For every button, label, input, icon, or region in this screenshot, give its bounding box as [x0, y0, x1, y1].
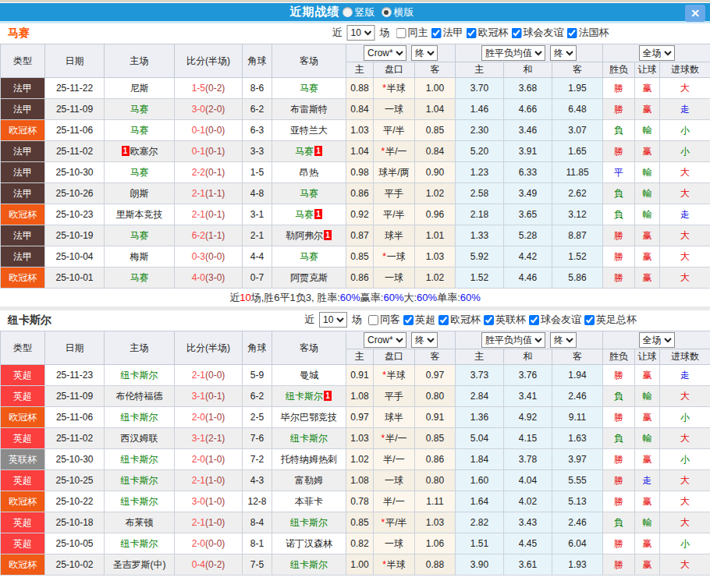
result-mark: 勝 [603, 449, 635, 470]
summary-part: 赢率: [360, 291, 384, 305]
corner-count: 8-4 [243, 512, 272, 533]
mean-odds: 5.04 [456, 428, 504, 449]
competition-filter[interactable]: 英联杯 [481, 313, 526, 327]
recent-count-select[interactable]: 10 [347, 25, 375, 41]
result-mark: 輸 [635, 120, 660, 141]
team-label: 马赛 [130, 125, 149, 136]
odds-away: 0.96 [415, 204, 456, 225]
corner-count: 7-5 [243, 554, 272, 576]
summary-part: 大: [403, 291, 417, 305]
handicap-label: 平手 [385, 391, 403, 402]
handicap-label: 平/半 [383, 125, 404, 136]
score-cell: 2-1(1-0) [175, 470, 243, 491]
same-venue-filter[interactable]: 同客 [365, 313, 400, 327]
away-team-cell: 纽卡斯尔 [272, 428, 346, 449]
team-label: 西汉姆联 [121, 433, 158, 444]
home-team-cell: 朗斯 [105, 183, 175, 204]
competition-filter[interactable]: 欧冠杯 [435, 313, 481, 327]
odds-away: 0.80 [415, 470, 456, 491]
scope-select[interactable]: 全场 [639, 332, 675, 348]
odds-company-select[interactable]: Crow* [364, 332, 406, 348]
corner-count: 6-2 [243, 99, 272, 120]
competition-filter[interactable]: 球会友谊 [509, 26, 564, 40]
mean-odds: 1.64 [456, 491, 504, 512]
competition-label: 欧冠杯 [478, 26, 509, 40]
mean-final-select[interactable]: 终 [550, 45, 577, 61]
match-row: 欧冠杯25-11-06纽卡斯尔2-0(1-0)2-5毕尔巴鄂竞技0.97球半0.… [1, 407, 710, 428]
result-mark: 輸 [635, 512, 660, 533]
same-venue-checkbox[interactable] [368, 315, 378, 325]
competition-checkbox[interactable] [467, 28, 477, 38]
match-date: 25-10-18 [45, 512, 105, 533]
team-label: 曼城 [300, 370, 318, 381]
full-time-score: 4-0 [192, 272, 205, 283]
close-button[interactable]: ✕ [685, 5, 705, 22]
mean-odds: 1.52 [456, 267, 504, 289]
competition-checkbox[interactable] [512, 28, 522, 38]
col-header: 类型 [1, 44, 45, 78]
result-mark: 赢 [635, 225, 660, 246]
odds-final-select[interactable]: 终 [411, 45, 438, 61]
away-team-cell: 曼城 [272, 365, 346, 386]
half-time-score: (3-0) [205, 272, 225, 283]
competition-filter[interactable]: 英超 [400, 313, 435, 327]
recent-count-select[interactable]: 10 [319, 312, 347, 328]
score-cell: 2-1(0-1) [175, 204, 243, 225]
competition-checkbox[interactable] [431, 28, 442, 38]
competition-checkbox[interactable] [584, 315, 595, 325]
scope-select[interactable]: 全场 [639, 45, 675, 61]
competition-checkbox[interactable] [567, 28, 577, 38]
competition-filter[interactable]: 球会友谊 [526, 313, 581, 327]
near-label: 近 [332, 26, 343, 40]
team-label: 马赛 [295, 209, 314, 220]
corner-count: 12-8 [243, 491, 272, 512]
league-badge: 欧冠杯 [1, 407, 45, 428]
mean-odds: 4.15 [504, 428, 552, 449]
handicap-label: 半球 [387, 370, 406, 381]
handicap: 平/半 [374, 204, 415, 225]
radio-unselected-icon[interactable] [343, 7, 353, 17]
mean-odds: 3.97 [552, 449, 603, 470]
competition-checkbox[interactable] [438, 315, 449, 325]
same-venue-checkbox[interactable] [396, 28, 406, 38]
competition-label: 欧冠杯 [450, 313, 481, 327]
odds-home: 0.86 [346, 183, 374, 204]
mean-type-select[interactable]: 胜平负均值 [481, 45, 545, 61]
mean-type-select[interactable]: 胜平负均值 [481, 332, 545, 348]
same-venue-filter[interactable]: 同主 [393, 26, 428, 40]
handicap: 一球 [374, 99, 415, 120]
away-team-cell: 本菲卡 [272, 491, 346, 512]
radio-selected-icon[interactable] [382, 7, 392, 17]
half-time-score: (0-2) [205, 83, 225, 94]
handicap: *平/半 [374, 512, 415, 533]
odds-away: 0.84 [415, 141, 456, 162]
full-time-score: 6-2 [192, 230, 205, 241]
away-team-cell: 马赛1 [272, 141, 346, 162]
league-badge: 英超 [1, 533, 45, 554]
radio-horizontal-layout[interactable]: 横版 [382, 5, 414, 19]
match-date: 25-11-06 [45, 120, 105, 141]
mean-odds: 5.55 [552, 470, 603, 491]
competition-filter[interactable]: 英足总杯 [581, 313, 637, 327]
team-label: 马赛 [130, 167, 149, 178]
competition-checkbox[interactable] [484, 315, 494, 325]
result-mark: 勝 [603, 246, 635, 267]
odds-company-select[interactable]: Crow* [364, 45, 406, 61]
competition-checkbox[interactable] [403, 315, 414, 325]
match-row: 法甲25-10-19马赛6-2(1-1)2-1勒阿弗尔10.87球半1.011.… [1, 225, 710, 246]
competition-checkbox[interactable] [529, 315, 539, 325]
radio-vertical-layout[interactable]: 竖版 [343, 5, 375, 19]
competition-filter[interactable]: 法国杯 [564, 26, 609, 40]
result-mark: 勝 [603, 491, 635, 512]
mean-final-select[interactable]: 终 [550, 332, 577, 348]
handicap: *半/一 [374, 141, 415, 162]
team-label: 马赛 [130, 230, 149, 241]
odds-away: 1.03 [415, 246, 456, 267]
competition-filter[interactable]: 欧冠杯 [463, 26, 509, 40]
handicap-label: 半/一 [385, 433, 406, 444]
odds-final-select[interactable]: 终 [411, 332, 438, 348]
home-team-cell: 纽卡斯尔 [105, 491, 175, 512]
half-time-score: (1-0) [205, 475, 225, 486]
competition-filter[interactable]: 法甲 [428, 26, 463, 40]
away-team-cell: 马赛 [272, 183, 346, 204]
